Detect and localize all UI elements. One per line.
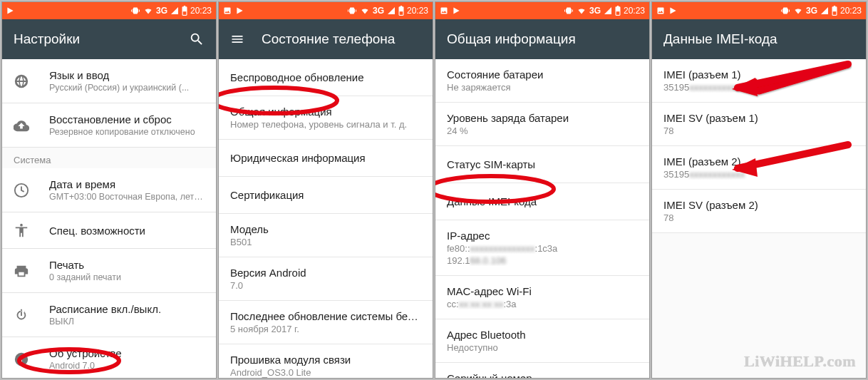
network-label: 3G	[156, 6, 167, 16]
play-icon	[669, 6, 677, 15]
row-schedule[interactable]: Расписание вкл./выкл.ВЫКЛ	[2, 293, 216, 337]
row-sub: Русский (Россия) и украинский (...	[49, 83, 205, 93]
row-sub: 78	[663, 212, 854, 223]
row-bt[interactable]: Адрес BluetoothНедоступно	[435, 319, 649, 363]
row-sub: 24 %	[447, 125, 638, 136]
screen-general-info: 3G 20:23 Общая информация Состояние бата…	[435, 1, 650, 379]
row-imei2[interactable]: IMEI (разъем 2) 35195xxxxxxxxxxxx	[652, 146, 866, 190]
row-android-version[interactable]: Версия Android7.0	[219, 257, 433, 301]
row-sub: 78	[663, 125, 854, 136]
print-icon	[14, 263, 29, 279]
clock: 20:23	[840, 6, 862, 16]
row-title: Серийный номер	[447, 372, 638, 378]
row-battery-level[interactable]: Уровень заряда батареи24 %	[435, 103, 649, 146]
play-icon	[6, 6, 14, 15]
vibrate-icon	[130, 6, 140, 15]
image-icon	[223, 6, 232, 15]
row-language[interactable]: Язык и вводРусский (Россия) и украинский…	[2, 59, 216, 103]
row-imeisv2[interactable]: IMEI SV (разъем 2)78	[652, 190, 866, 233]
row-legal[interactable]: Юридическая информация	[219, 140, 433, 177]
row-title: Статус SIM-карты	[447, 158, 638, 170]
row-sub: 35195xxxxxxxxxxxx	[663, 169, 854, 180]
wifi-icon	[793, 6, 803, 15]
section-system: Система	[2, 148, 216, 168]
row-sim-status[interactable]: Статус SIM-карты	[435, 146, 649, 183]
row-sub: ВЫКЛ	[49, 317, 205, 327]
row-sub: Резервное копирование отключено	[49, 127, 205, 137]
power-icon	[14, 307, 29, 323]
row-datetime[interactable]: Дата и времяGMT+03:00 Восточная Европа, …	[2, 168, 216, 212]
row-title: Сертификация	[230, 189, 421, 201]
svg-rect-4	[616, 11, 620, 15]
row-title: Уровень заряда батареи	[447, 112, 638, 124]
row-sub: 7.0	[230, 280, 421, 291]
row-about[interactable]: Об устройствеAndroid 7.0	[2, 337, 216, 378]
row-baseband[interactable]: Прошивка модуля связиAndroid_OS3.0 Lite	[219, 344, 433, 378]
signal-icon	[170, 6, 179, 15]
row-wireless-update[interactable]: Беспроводное обновление	[219, 59, 433, 96]
row-title: Спец. возможности	[49, 225, 205, 237]
row-serial[interactable]: Серийный номер EBxxxxxxxxxxxx512	[435, 363, 649, 378]
row-restore[interactable]: Восстановление и сбросРезервное копирова…	[2, 103, 216, 148]
row-print[interactable]: Печать0 заданий печати	[2, 249, 216, 293]
status-bar: 3G 20:23	[652, 2, 866, 19]
svg-rect-0	[183, 11, 187, 15]
menu-icon[interactable]	[230, 32, 244, 46]
row-battery-state[interactable]: Состояние батареиНе заряжается	[435, 59, 649, 103]
search-icon[interactable]	[189, 31, 205, 47]
row-title: MAC-адрес Wi-Fi	[447, 285, 638, 297]
row-title: Дата и время	[49, 178, 205, 190]
row-title: IMEI (разъем 2)	[663, 155, 854, 168]
row-title: Расписание вкл./выкл.	[49, 303, 205, 315]
network-label: 3G	[806, 6, 817, 16]
row-imei-data[interactable]: Данные IMEI-кода	[435, 183, 649, 220]
row-security-patch[interactable]: Последнее обновление системы безопасн...…	[219, 301, 433, 344]
row-sub: Android_OS3.0 Lite	[230, 367, 421, 378]
wifi-icon	[577, 6, 587, 15]
row-sub: cc:xx:xx:xx:xx:3a	[447, 299, 638, 309]
row-sub: fe80::xxxxxxxxxxxxxx:1c3a	[447, 243, 638, 254]
row-title: Прошивка модуля связи	[230, 354, 421, 366]
clock: 20:23	[190, 6, 212, 16]
row-accessibility[interactable]: Спец. возможности	[2, 212, 216, 249]
row-sub: 35195xxxxxxxxxxxx	[663, 82, 854, 93]
row-imei1[interactable]: IMEI (разъем 1) 35195xxxxxxxxxxxx	[652, 59, 866, 103]
row-sub: Не заряжается	[447, 82, 638, 93]
vibrate-icon	[780, 6, 790, 15]
row-sub2: 192.168.0.106	[447, 255, 638, 266]
cloud-upload-icon	[14, 118, 29, 133]
battery-icon	[398, 6, 404, 16]
row-ip[interactable]: IP-адрес fe80::xxxxxxxxxxxxxx:1c3a 192.1…	[435, 220, 649, 276]
page-title: Общая информация	[447, 31, 576, 47]
svg-rect-6	[833, 11, 837, 15]
row-imeisv1[interactable]: IMEI SV (разъем 1)78	[652, 103, 866, 146]
screen-phone-status: 3G 20:23 Состояние телефона Беспроводное…	[218, 1, 433, 379]
network-label: 3G	[589, 6, 601, 16]
screen-settings: 3G 20:23 Настройки Язык и вводРусский (Р…	[1, 1, 217, 379]
row-mac[interactable]: MAC-адрес Wi-Fi cc:xx:xx:xx:xx:3a	[435, 276, 649, 319]
clock: 20:23	[624, 6, 645, 16]
row-title: Восстановление и сброс	[49, 113, 205, 125]
row-title: IMEI SV (разъем 1)	[663, 112, 854, 124]
clock-icon	[14, 183, 29, 198]
row-title: Модель	[230, 223, 421, 235]
app-bar: Общая информация	[435, 19, 649, 59]
image-icon	[656, 6, 665, 15]
row-title: Последнее обновление системы безопасн...	[230, 310, 421, 322]
row-certification[interactable]: Сертификация	[219, 177, 433, 214]
row-sub: Android 7.0	[49, 361, 205, 371]
row-sub: 5 ноября 2017 г.	[230, 324, 421, 334]
status-bar: 3G 20:23	[2, 2, 216, 19]
row-title: Данные IMEI-кода	[447, 195, 638, 207]
battery-icon	[832, 6, 837, 16]
row-title: Язык и ввод	[49, 69, 205, 81]
signal-icon	[387, 6, 396, 15]
row-general-info[interactable]: Общая информацияНомер телефона, уровень …	[219, 96, 433, 140]
info-icon	[14, 351, 29, 367]
page-title: Данные IMEI-кода	[663, 31, 777, 47]
watermark: LiWiHELP.com	[744, 352, 856, 371]
row-title: Печать	[49, 259, 205, 271]
row-model[interactable]: МодельB501	[219, 214, 433, 257]
image-icon	[440, 6, 448, 15]
screen-imei-data: 3G 20:23 Данные IMEI-кода IMEI (разъем 1…	[651, 1, 867, 379]
